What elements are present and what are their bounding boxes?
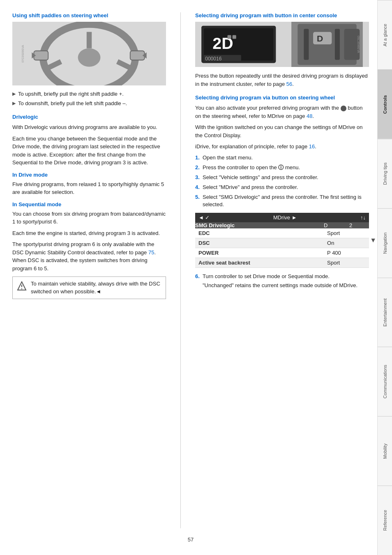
power-label: POWER: [195, 248, 324, 258]
bullet-item-downshift: ▶ To downshift, briefly pull the left sh…: [12, 100, 166, 107]
smg-value-2: 2: [349, 222, 369, 228]
note-icon: [16, 280, 28, 292]
sequential-text3: The sporty/purist driving program 6 is o…: [12, 240, 166, 272]
sidebar-tab-navigation[interactable]: Navigation: [378, 208, 392, 278]
sidebar-tab-at-a-glance[interactable]: At a glance: [378, 0, 392, 69]
mdrive-table: ◄ ✓ MDrive ► ↑↓ SMG Drivelogic D 2: [195, 213, 369, 268]
step-4: 4. Select "MDrive" and press the control…: [195, 184, 369, 191]
left-column: Using shift paddles on steering wheel: [12, 12, 170, 528]
page-number: 57: [12, 537, 369, 543]
right-sidebar: At a glance Controls Driving tips Naviga…: [377, 0, 392, 555]
page-ref-16[interactable]: 16: [309, 143, 315, 150]
table-row-power: POWER P 400: [195, 248, 369, 258]
step-5-num: 5.: [195, 193, 203, 201]
image-watermark-left: 07C0S09SVA: [21, 45, 24, 62]
step-1-num: 1.: [195, 154, 203, 161]
steering-button-para1: You can also activate your preferred dri…: [195, 104, 369, 120]
drive-mode-text: Five driving programs, from relaxed 1 to…: [12, 180, 166, 196]
table-row-smg: SMG Drivelogic D 2: [195, 222, 369, 228]
two-column-layout: Using shift paddles on steering wheel: [12, 12, 369, 528]
console-instruction: Press the button repeatedly until the de…: [195, 72, 369, 88]
mdrive-table-container: ◄ ✓ MDrive ► ↑↓ SMG Drivelogic D 2: [195, 213, 369, 268]
section-title-steering-button: Selecting driving program via button on …: [195, 94, 369, 101]
sequential-text1: You can choose from six driving program …: [12, 210, 166, 226]
step-6: 6. Turn controller to set Drive mode or …: [195, 273, 369, 289]
svg-rect-6: [34, 51, 48, 60]
svg-text:000016: 000016: [205, 56, 222, 62]
steering-para3: iDrive, for explanation of principle, re…: [195, 143, 369, 151]
sidebar-tab-mobility[interactable]: Mobility: [378, 416, 392, 486]
table-scroll-arrow: ▼: [370, 237, 376, 244]
drivelogic-para1: Each time you change between the Sequent…: [12, 135, 166, 167]
dsc-label: DSC: [195, 238, 324, 248]
steps-list: 1. Open the start menu. 2. Press the con…: [195, 154, 369, 209]
smg-label: SMG Drivelogic: [195, 222, 324, 228]
svg-rect-8: [130, 51, 145, 60]
page-ref-75[interactable]: 75: [148, 249, 154, 256]
step-4-num: 4.: [195, 184, 203, 191]
drive-mode-title: In Drive mode: [12, 172, 166, 178]
svg-text:D: D: [317, 33, 323, 43]
mdrive-table-header: ◄ ✓ MDrive ► ↑↓: [195, 213, 369, 222]
step-3-num: 3.: [195, 174, 203, 181]
mdrive-button-icon: [341, 106, 346, 111]
sidebar-tab-controls[interactable]: Controls: [378, 69, 392, 139]
drivelogic-title: Drivelogic: [12, 114, 166, 120]
svg-point-2: [78, 48, 101, 67]
image-watermark-console: 05C3596EVA: [357, 36, 360, 53]
right-column: Selecting driving program with button in…: [191, 12, 369, 528]
i-menu-icon: ⓘ: [278, 164, 284, 170]
step-5: 5. Select "SMG Drivelogic" and press the…: [195, 193, 369, 208]
sequential-text2: Each time the engine is started, driving…: [12, 229, 166, 237]
table-row-dsc: DSC On: [195, 238, 369, 248]
section-title-shift-paddles: Using shift paddles on steering wheel: [12, 12, 166, 18]
mdrive-nav-right: ↑↓: [360, 214, 366, 221]
step6-list: 6. Turn controller to set Drive mode or …: [195, 273, 369, 289]
page-ref-56[interactable]: 56: [286, 81, 292, 87]
bullet-arrow-2: ▶: [12, 100, 16, 106]
step-2-num: 2.: [195, 164, 203, 171]
column-divider: [180, 12, 181, 528]
svg-rect-18: [228, 35, 231, 39]
step-2: 2. Press the controller to open the ⓘ me…: [195, 164, 369, 171]
svg-rect-19: [233, 35, 236, 39]
seat-value: Sport: [324, 258, 369, 267]
note-box: To maintain vehicle stability, always dr…: [12, 276, 166, 299]
drivelogic-intro: With Drivelogic various driving programs…: [12, 123, 166, 131]
mdrive-nav-center: MDrive ►: [210, 214, 360, 221]
section-title-center-console: Selecting driving program with button in…: [195, 12, 369, 18]
svg-rect-24: [304, 29, 309, 60]
svg-rect-25: [335, 29, 340, 60]
sidebar-tab-reference[interactable]: Reference: [378, 486, 392, 555]
step-3: 3. Select "Vehicle settings" and press t…: [195, 174, 369, 181]
steering-para2: With the ignition switched on you can ch…: [195, 123, 369, 139]
seat-label: Active seat backrest: [195, 258, 324, 267]
edc-value: Sport: [324, 228, 369, 238]
mdrive-table-header-row: ◄ ✓ MDrive ► ↑↓: [195, 213, 369, 222]
power-value: P 400: [324, 248, 369, 258]
table-row-seat: Active seat backrest Sport: [195, 258, 369, 267]
mdrive-nav: ◄ ✓ MDrive ► ↑↓: [195, 213, 369, 222]
sidebar-tab-communications[interactable]: Communications: [378, 347, 392, 416]
dsc-value: On: [324, 238, 369, 248]
bullet-arrow-1: ▶: [12, 91, 16, 97]
step-6-num: 6.: [195, 273, 203, 280]
steering-wheel-image: 07C0S09SVA: [12, 22, 166, 85]
main-content: Using shift paddles on steering wheel: [0, 0, 377, 555]
sequential-mode-title: In Sequential mode: [12, 201, 166, 207]
note-text: To maintain vehicle stability, always dr…: [31, 280, 162, 295]
sidebar-tab-driving-tips[interactable]: Driving tips: [378, 139, 392, 208]
page-ref-48[interactable]: 48: [307, 113, 312, 119]
svg-point-13: [21, 288, 22, 289]
upshift-downshift-list: ▶ To upshift, briefly pull the right shi…: [12, 90, 166, 107]
edc-label: EDC: [195, 228, 324, 238]
bullet-item-upshift: ▶ To upshift, briefly pull the right shi…: [12, 90, 166, 98]
mdrive-nav-left: ◄ ✓: [198, 214, 210, 221]
sidebar-tab-entertainment[interactable]: Entertainment: [378, 278, 392, 347]
table-row-edc: EDC Sport: [195, 228, 369, 238]
step-1: 1. Open the start menu.: [195, 154, 369, 161]
smg-value-d: D: [324, 222, 349, 228]
console-image: 2D 000016 D: [195, 22, 369, 67]
